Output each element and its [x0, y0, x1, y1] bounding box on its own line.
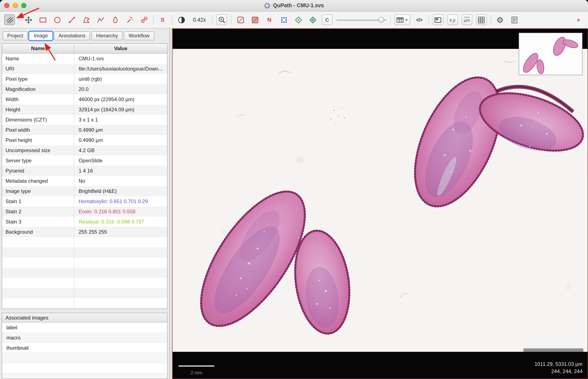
show-annotations-button[interactable]: [235, 15, 246, 25]
show-tma-grid-button[interactable]: [278, 15, 289, 25]
table-row[interactable]: Pixel height0.4990 µm: [2, 135, 167, 145]
polygon-tool-button[interactable]: [81, 15, 91, 25]
image-metadata-table: Name Value NameCMU-1.svsURIfile:/Users/l…: [2, 43, 167, 309]
table-row[interactable]: Stain 3Residual: 0.316 -0.598 0.737: [2, 217, 167, 227]
row-value: [74, 278, 167, 288]
tab-project[interactable]: Project: [2, 32, 28, 40]
polyline-tool-button[interactable]: [95, 15, 106, 25]
image-table-body: NameCMU-1.svsURIfile:/Users/luoxiaoluoto…: [2, 54, 167, 308]
row-name: Pixel type: [2, 74, 74, 84]
table-row[interactable]: Image typeBrightfield (H&E): [2, 186, 167, 196]
table-row[interactable]: Server typeOpenSlide: [2, 156, 167, 166]
brush-tool-button[interactable]: [110, 15, 120, 25]
toolbar-overflow-button[interactable]: »: [573, 15, 584, 25]
table-row[interactable]: Dimensions (CZT)3 x 1 x 1: [2, 115, 167, 125]
table-row[interactable]: Height32914 px (16424.09 µm): [2, 105, 167, 115]
row-name: Server type: [2, 156, 74, 166]
row-name: Stain 2: [2, 206, 74, 217]
maximize-button[interactable]: [21, 3, 26, 8]
row-value: Brightfield (H&E): [74, 186, 167, 196]
row-value: [74, 247, 167, 257]
table-row[interactable]: Width46000 px (22954.00 µm): [2, 94, 167, 105]
show-grid-button[interactable]: [476, 15, 487, 25]
table-row[interactable]: Metadata changedNo: [2, 176, 167, 186]
table-row[interactable]: NameCMU-1.svs: [2, 54, 167, 64]
associated-image-macro[interactable]: macro: [2, 333, 167, 343]
show-overview-button[interactable]: [433, 15, 443, 25]
table-row[interactable]: [2, 298, 167, 308]
tab-image[interactable]: Image: [29, 32, 53, 40]
show-detections-button[interactable]: [293, 15, 304, 25]
opacity-slider-thumb[interactable]: [378, 17, 384, 23]
move-tool-button[interactable]: [23, 15, 33, 25]
row-value: [74, 298, 167, 308]
preferences-button[interactable]: [495, 15, 505, 25]
fill-detections-button[interactable]: [307, 15, 318, 25]
table-row[interactable]: [2, 237, 167, 247]
tab-annotations[interactable]: Annotations: [54, 32, 90, 40]
qupath-window: QuPath - CMU-1.svs: [0, 0, 588, 379]
show-scalebar-button[interactable]: µm: [461, 15, 472, 25]
table-row[interactable]: [2, 257, 167, 268]
table-row[interactable]: [2, 268, 167, 278]
table-row[interactable]: Magnification20.0: [2, 84, 167, 94]
table-row[interactable]: Pixel typeuint8 (rgb): [2, 74, 167, 84]
associated-image-empty-row: [2, 353, 167, 363]
line-tool-button[interactable]: [66, 15, 77, 25]
row-value: Eosin: 0.216 0.801 0.558: [74, 206, 167, 217]
row-value: 46000 px (22954.00 µm): [74, 94, 167, 105]
associated-image-thumbnail[interactable]: thumbnail: [2, 343, 167, 353]
zoom-to-fit-button[interactable]: [216, 15, 227, 25]
show-log-button[interactable]: [509, 15, 520, 25]
table-row[interactable]: [2, 278, 167, 288]
associated-image-label[interactable]: label: [2, 322, 167, 333]
row-value: Residual: 0.316 -0.598 0.737: [74, 217, 167, 227]
table-row[interactable]: Stain 1Hematoxylin: 0.651 0.701 0.29: [2, 196, 167, 206]
script-editor-button[interactable]: </>: [414, 15, 425, 25]
table-row[interactable]: Pyramid1 4 16: [2, 166, 167, 176]
magnification-display[interactable]: 0.42x: [191, 17, 208, 23]
column-header-value[interactable]: Value: [74, 44, 167, 53]
measurement-table-dropdown[interactable]: ▾: [404, 18, 409, 22]
tissue-section-3: [397, 65, 517, 219]
table-row[interactable]: Background255 255 255: [2, 227, 167, 237]
analysis-pane-toggle[interactable]: [4, 15, 15, 25]
toolbar-separator: [19, 15, 19, 25]
row-value: 32914 px (16424.09 µm): [74, 105, 167, 115]
column-header-name[interactable]: Name: [2, 44, 74, 53]
show-classification-button[interactable]: C: [322, 15, 332, 25]
table-row[interactable]: Pixel width0.4990 µm: [2, 125, 167, 135]
table-row[interactable]: [2, 288, 167, 298]
tab-workflow[interactable]: Workflow: [124, 32, 154, 40]
measurement-table-button[interactable]: ▾: [394, 15, 410, 25]
rectangle-tool-button[interactable]: [37, 15, 48, 25]
minimize-button[interactable]: [13, 3, 18, 8]
opacity-slider[interactable]: [336, 16, 387, 24]
show-names-button[interactable]: N: [264, 15, 275, 25]
traffic-lights: [4, 0, 26, 11]
close-button[interactable]: [4, 3, 9, 8]
row-name: [2, 257, 74, 268]
row-value: 1 4 16: [74, 166, 167, 176]
overview-thumbnail[interactable]: [519, 33, 583, 75]
slide-viewer[interactable]: 2 mm 1011.29, 5331.03 µm 244, 244, 244: [172, 29, 588, 379]
ellipse-tool-button[interactable]: [52, 15, 63, 25]
wand-tool-button[interactable]: [124, 15, 135, 25]
viewer-scrollbar[interactable]: [523, 348, 583, 352]
associated-image-empty-row: [2, 363, 167, 374]
row-value: [74, 257, 167, 268]
fill-annotations-button[interactable]: [250, 15, 260, 25]
table-row[interactable]: [2, 247, 167, 257]
row-name: Pixel height: [2, 135, 74, 145]
table-header: Name Value: [2, 44, 167, 54]
table-row[interactable]: Uncompressed size4.2 GB: [2, 145, 167, 156]
points-tool-button[interactable]: [139, 15, 149, 25]
tab-hierarchy[interactable]: Hierarchy: [91, 32, 123, 40]
table-row[interactable]: Stain 2Eosin: 0.216 0.801 0.558: [2, 206, 167, 217]
row-name: Magnification: [2, 84, 74, 94]
associated-images-header[interactable]: Associated images: [2, 313, 167, 322]
selection-mode-button[interactable]: S: [157, 15, 168, 25]
table-row[interactable]: URIfile:/Users/luoxiaoluotongxue/Down...: [2, 64, 167, 74]
show-location-button[interactable]: x,y: [447, 15, 458, 25]
brightness-contrast-button[interactable]: [176, 15, 187, 25]
